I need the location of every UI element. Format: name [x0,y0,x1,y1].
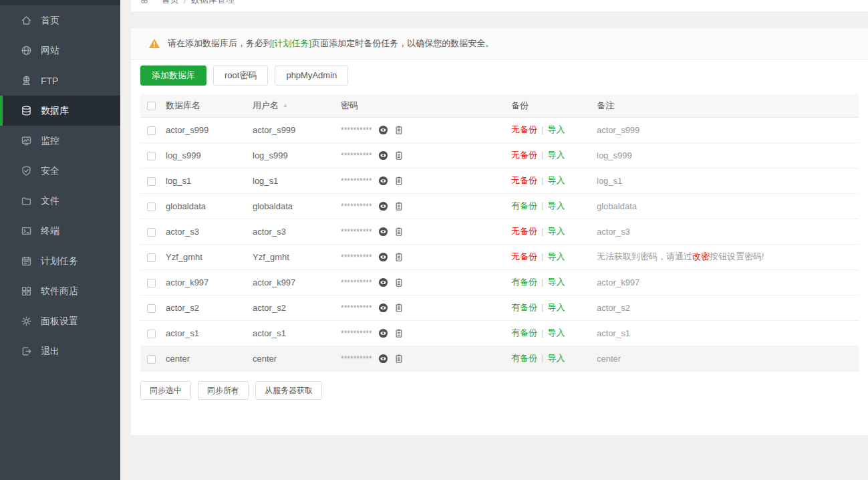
row-checkbox[interactable] [147,279,156,287]
show-password-eye-icon[interactable] [378,124,388,135]
import-link[interactable]: 导入 [547,175,565,185]
sync-selected-button[interactable]: 同步选中 [140,381,191,400]
sidebar: 首页网站FTP数据库监控安全文件终端计划任务软件商店面板设置退出 [0,0,120,480]
change-password-link[interactable]: 改密 [692,251,710,261]
home-icon [20,15,32,27]
backup-status[interactable]: 有备份 [511,277,537,287]
copy-password-icon[interactable] [394,353,404,364]
import-link[interactable]: 导入 [547,251,565,261]
import-link[interactable]: 导入 [547,124,565,134]
sidebar-item-home[interactable]: 首页 [0,5,120,35]
backup-status[interactable]: 有备份 [511,353,537,363]
root-password-button[interactable]: root密码 [213,66,268,86]
db-user: actor_s2 [253,295,341,320]
sidebar-item-label: FTP [41,76,58,86]
db-name: globaldata [166,193,253,219]
settings-icon [20,316,32,328]
sidebar-item-label: 软件商店 [41,285,78,297]
fetch-from-server-button[interactable]: 从服务器获取 [255,381,322,400]
content-card: 请在添加数据库后，务必到[计划任务]页面添加定时备份任务，以确保您的数据安全。 … [131,27,868,435]
select-all-checkbox[interactable] [147,102,156,110]
copy-password-icon[interactable] [394,277,404,287]
ftp-icon [20,75,32,87]
copy-password-icon[interactable] [394,302,404,313]
import-link[interactable]: 导入 [547,302,565,312]
show-password-eye-icon[interactable] [378,277,388,287]
sidebar-item-site[interactable]: 网站 [0,35,120,66]
phpmyadmin-button[interactable]: phpMyAdmin [275,66,348,86]
sidebar-item-security[interactable]: 安全 [0,156,120,186]
row-checkbox[interactable] [147,253,156,262]
table-footer-buttons: 同步选中 同步所有 从服务器获取 [140,381,859,400]
row-checkbox[interactable] [147,177,156,186]
backup-status[interactable]: 无备份 [511,175,537,185]
copy-password-icon[interactable] [394,328,404,338]
show-password-eye-icon[interactable] [378,353,388,364]
db-note: actor_s999 [597,117,859,142]
sidebar-item-ftp[interactable]: FTP [0,66,120,96]
backup-status[interactable]: 无备份 [511,226,537,236]
database-table-wrap: 数据库名 用户名▲ 密码 备份 备注 actor_s999actor_s999*… [140,94,859,372]
table-row: globaldataglobaldata**********有备份|导入glob… [140,193,859,219]
sidebar-item-settings[interactable]: 面板设置 [0,306,120,336]
row-checkbox[interactable] [147,203,156,211]
sidebar-item-appstore[interactable]: 软件商店 [0,276,120,306]
show-password-eye-icon[interactable] [378,302,388,313]
cron-page-link[interactable]: [计划任务] [272,38,311,48]
appstore-icon [20,285,32,297]
table-header-row: 数据库名 用户名▲ 密码 备份 备注 [140,94,859,117]
add-database-button[interactable]: 添加数据库 [140,66,206,86]
copy-password-icon[interactable] [394,251,404,262]
sync-all-button[interactable]: 同步所有 [198,381,249,400]
sidebar-item-files[interactable]: 文件 [0,186,120,216]
show-password-eye-icon[interactable] [378,251,388,262]
db-note: 无法获取到密码，请通过改密按钮设置密码! [597,244,859,269]
files-icon [20,195,32,207]
copy-password-icon[interactable] [394,175,404,186]
row-checkbox[interactable] [147,304,156,313]
backup-status[interactable]: 有备份 [511,328,537,338]
row-checkbox[interactable] [147,330,156,338]
db-note: actor_s2 [597,295,859,320]
breadcrumb-home[interactable]: 首页 [162,0,179,6]
copy-password-icon[interactable] [394,124,404,135]
db-user: actor_s999 [253,117,341,142]
import-link[interactable]: 导入 [547,353,565,363]
copy-password-icon[interactable] [394,150,404,160]
sidebar-item-cron[interactable]: 计划任务 [0,246,120,276]
show-password-eye-icon[interactable] [378,175,388,186]
import-link[interactable]: 导入 [547,328,565,338]
table-row: log_s999log_s999**********无备份|导入log_s999 [140,142,859,168]
sidebar-item-terminal[interactable]: 终端 [0,216,120,246]
row-checkbox[interactable] [147,126,156,135]
import-link[interactable]: 导入 [547,150,565,160]
sidebar-item-logout[interactable]: 退出 [0,336,120,366]
row-checkbox[interactable] [147,152,156,160]
backup-separator: | [541,201,543,211]
toolbar: 添加数据库 root密码 phpMyAdmin [140,66,859,86]
backup-status[interactable]: 无备份 [511,124,537,134]
backup-status[interactable]: 无备份 [511,251,537,261]
breadcrumb-bar: 首页 / 数据库管理 [131,0,868,11]
db-user: center [253,346,341,371]
sidebar-item-database[interactable]: 数据库 [0,96,120,126]
copy-password-icon[interactable] [394,226,404,237]
backup-status[interactable]: 有备份 [511,302,537,312]
sidebar-item-monitor[interactable]: 监控 [0,126,120,156]
import-link[interactable]: 导入 [547,226,565,236]
logout-icon [20,346,32,358]
backup-status[interactable]: 有备份 [511,201,537,211]
header-username[interactable]: 用户名▲ [253,94,341,117]
copy-password-icon[interactable] [394,201,404,211]
row-checkbox[interactable] [147,355,156,364]
header-note: 备注 [597,94,859,117]
db-user: actor_k997 [253,269,341,295]
show-password-eye-icon[interactable] [378,201,388,211]
row-checkbox[interactable] [147,228,156,237]
show-password-eye-icon[interactable] [378,150,388,160]
import-link[interactable]: 导入 [547,277,565,287]
import-link[interactable]: 导入 [547,201,565,211]
show-password-eye-icon[interactable] [378,328,388,338]
show-password-eye-icon[interactable] [378,226,388,237]
backup-status[interactable]: 无备份 [511,150,537,160]
